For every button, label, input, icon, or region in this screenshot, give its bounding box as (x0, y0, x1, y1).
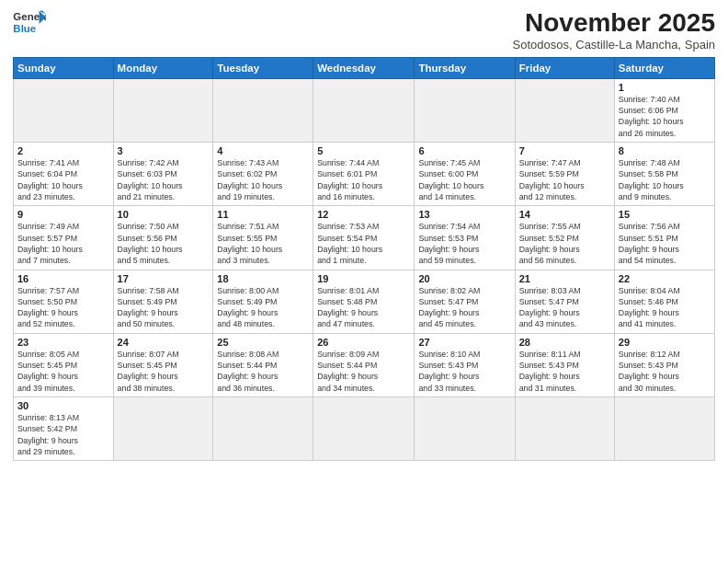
day-number: 21 (519, 273, 610, 284)
day-number: 6 (418, 145, 510, 156)
calendar-day-cell (313, 397, 415, 461)
calendar-day-cell: 15Sunrise: 7:56 AM Sunset: 5:51 PM Dayli… (614, 206, 714, 270)
day-info: Sunrise: 7:53 AM Sunset: 5:54 PM Dayligh… (317, 221, 410, 266)
day-info: Sunrise: 8:01 AM Sunset: 5:48 PM Dayligh… (317, 285, 410, 330)
calendar-table: SundayMondayTuesdayWednesdayThursdayFrid… (13, 57, 715, 462)
weekday-header-thursday: Thursday (415, 57, 515, 78)
calendar-day-cell: 6Sunrise: 7:45 AM Sunset: 6:00 PM Daylig… (415, 143, 515, 206)
calendar-week-row: 1Sunrise: 7:40 AM Sunset: 6:06 PM Daylig… (14, 78, 715, 142)
day-number: 8 (619, 145, 711, 156)
day-info: Sunrise: 7:58 AM Sunset: 5:49 PM Dayligh… (118, 285, 210, 330)
calendar-week-row: 9Sunrise: 7:49 AM Sunset: 5:57 PM Daylig… (14, 206, 715, 270)
day-info: Sunrise: 8:02 AM Sunset: 5:47 PM Dayligh… (418, 285, 510, 330)
day-info: Sunrise: 7:40 AM Sunset: 6:06 PM Dayligh… (619, 94, 711, 139)
calendar-day-cell: 12Sunrise: 7:53 AM Sunset: 5:54 PM Dayli… (313, 206, 415, 270)
day-info: Sunrise: 7:51 AM Sunset: 5:55 PM Dayligh… (217, 221, 309, 266)
day-number: 17 (118, 273, 210, 284)
day-number: 2 (17, 145, 109, 156)
calendar-day-cell: 11Sunrise: 7:51 AM Sunset: 5:55 PM Dayli… (213, 206, 313, 270)
day-info: Sunrise: 7:45 AM Sunset: 6:00 PM Dayligh… (418, 157, 510, 202)
calendar-day-cell: 16Sunrise: 7:57 AM Sunset: 5:50 PM Dayli… (14, 270, 114, 333)
day-number: 28 (519, 337, 610, 348)
day-info: Sunrise: 8:00 AM Sunset: 5:49 PM Dayligh… (217, 285, 309, 330)
calendar-week-row: 16Sunrise: 7:57 AM Sunset: 5:50 PM Dayli… (14, 270, 715, 333)
day-number: 10 (118, 209, 210, 220)
day-number: 25 (217, 337, 309, 348)
calendar-day-cell: 29Sunrise: 8:12 AM Sunset: 5:43 PM Dayli… (614, 333, 714, 396)
day-number: 24 (118, 337, 210, 348)
day-info: Sunrise: 8:12 AM Sunset: 5:43 PM Dayligh… (619, 349, 711, 394)
calendar-day-cell: 3Sunrise: 7:42 AM Sunset: 6:03 PM Daylig… (113, 143, 213, 206)
day-info: Sunrise: 7:57 AM Sunset: 5:50 PM Dayligh… (17, 285, 109, 330)
day-number: 19 (317, 273, 410, 284)
calendar-day-cell (213, 397, 313, 461)
calendar-day-cell: 17Sunrise: 7:58 AM Sunset: 5:49 PM Dayli… (113, 270, 213, 333)
day-info: Sunrise: 7:43 AM Sunset: 6:02 PM Dayligh… (217, 157, 309, 202)
calendar-day-cell: 24Sunrise: 8:07 AM Sunset: 5:45 PM Dayli… (113, 333, 213, 396)
day-info: Sunrise: 7:50 AM Sunset: 5:56 PM Dayligh… (118, 221, 210, 266)
day-number: 1 (619, 82, 711, 93)
day-info: Sunrise: 8:13 AM Sunset: 5:42 PM Dayligh… (17, 412, 109, 457)
day-number: 26 (317, 337, 410, 348)
calendar-day-cell: 4Sunrise: 7:43 AM Sunset: 6:02 PM Daylig… (213, 143, 313, 206)
day-number: 30 (17, 400, 109, 411)
day-number: 15 (619, 209, 711, 220)
calendar-day-cell: 5Sunrise: 7:44 AM Sunset: 6:01 PM Daylig… (313, 143, 415, 206)
logo-icon: General Blue (13, 9, 46, 37)
day-number: 3 (118, 145, 210, 156)
weekday-header-sunday: Sunday (14, 57, 114, 78)
calendar-day-cell (213, 78, 313, 142)
day-number: 7 (519, 145, 610, 156)
day-info: Sunrise: 8:09 AM Sunset: 5:44 PM Dayligh… (317, 349, 410, 394)
day-number: 14 (519, 209, 610, 220)
day-number: 4 (217, 145, 309, 156)
day-info: Sunrise: 7:41 AM Sunset: 6:04 PM Dayligh… (17, 157, 109, 202)
weekday-header-tuesday: Tuesday (213, 57, 313, 78)
day-info: Sunrise: 8:10 AM Sunset: 5:43 PM Dayligh… (418, 349, 510, 394)
page-header: General Blue November 2025 Sotodosos, Ca… (13, 9, 715, 52)
calendar-day-cell: 9Sunrise: 7:49 AM Sunset: 5:57 PM Daylig… (14, 206, 114, 270)
day-info: Sunrise: 7:48 AM Sunset: 5:58 PM Dayligh… (619, 157, 711, 202)
day-number: 11 (217, 209, 309, 220)
day-number: 13 (418, 209, 510, 220)
day-info: Sunrise: 8:08 AM Sunset: 5:44 PM Dayligh… (217, 349, 309, 394)
calendar-day-cell (515, 78, 614, 142)
calendar-day-cell: 23Sunrise: 8:05 AM Sunset: 5:45 PM Dayli… (14, 333, 114, 396)
day-info: Sunrise: 8:04 AM Sunset: 5:46 PM Dayligh… (619, 285, 711, 330)
day-info: Sunrise: 8:07 AM Sunset: 5:45 PM Dayligh… (118, 349, 210, 394)
calendar-day-cell (415, 397, 515, 461)
calendar-day-cell (515, 397, 614, 461)
day-info: Sunrise: 7:56 AM Sunset: 5:51 PM Dayligh… (619, 221, 711, 266)
weekday-header-row: SundayMondayTuesdayWednesdayThursdayFrid… (14, 57, 715, 78)
day-number: 20 (418, 273, 510, 284)
location-subtitle: Sotodosos, Castille-La Mancha, Spain (513, 38, 715, 52)
calendar-day-cell: 22Sunrise: 8:04 AM Sunset: 5:46 PM Dayli… (614, 270, 714, 333)
calendar-day-cell: 27Sunrise: 8:10 AM Sunset: 5:43 PM Dayli… (415, 333, 515, 396)
svg-text:Blue: Blue (13, 23, 36, 34)
calendar-day-cell (113, 78, 213, 142)
day-number: 16 (17, 273, 109, 284)
day-info: Sunrise: 8:11 AM Sunset: 5:43 PM Dayligh… (519, 349, 610, 394)
calendar-day-cell: 26Sunrise: 8:09 AM Sunset: 5:44 PM Dayli… (313, 333, 415, 396)
day-number: 9 (17, 209, 109, 220)
calendar-day-cell: 18Sunrise: 8:00 AM Sunset: 5:49 PM Dayli… (213, 270, 313, 333)
calendar-day-cell (313, 78, 415, 142)
weekday-header-wednesday: Wednesday (313, 57, 415, 78)
calendar-day-cell: 21Sunrise: 8:03 AM Sunset: 5:47 PM Dayli… (515, 270, 614, 333)
day-number: 5 (317, 145, 410, 156)
calendar-week-row: 2Sunrise: 7:41 AM Sunset: 6:04 PM Daylig… (14, 143, 715, 206)
calendar-day-cell: 14Sunrise: 7:55 AM Sunset: 5:52 PM Dayli… (515, 206, 614, 270)
weekday-header-friday: Friday (515, 57, 614, 78)
title-block: November 2025 Sotodosos, Castille-La Man… (513, 9, 715, 52)
calendar-day-cell: 7Sunrise: 7:47 AM Sunset: 5:59 PM Daylig… (515, 143, 614, 206)
calendar-day-cell: 25Sunrise: 8:08 AM Sunset: 5:44 PM Dayli… (213, 333, 313, 396)
calendar-day-cell: 28Sunrise: 8:11 AM Sunset: 5:43 PM Dayli… (515, 333, 614, 396)
calendar-day-cell: 20Sunrise: 8:02 AM Sunset: 5:47 PM Dayli… (415, 270, 515, 333)
calendar-day-cell (614, 397, 714, 461)
day-info: Sunrise: 7:55 AM Sunset: 5:52 PM Dayligh… (519, 221, 610, 266)
calendar-day-cell (415, 78, 515, 142)
day-number: 23 (17, 337, 109, 348)
logo: General Blue (13, 9, 46, 37)
day-info: Sunrise: 7:49 AM Sunset: 5:57 PM Dayligh… (17, 221, 109, 266)
calendar-day-cell: 10Sunrise: 7:50 AM Sunset: 5:56 PM Dayli… (113, 206, 213, 270)
